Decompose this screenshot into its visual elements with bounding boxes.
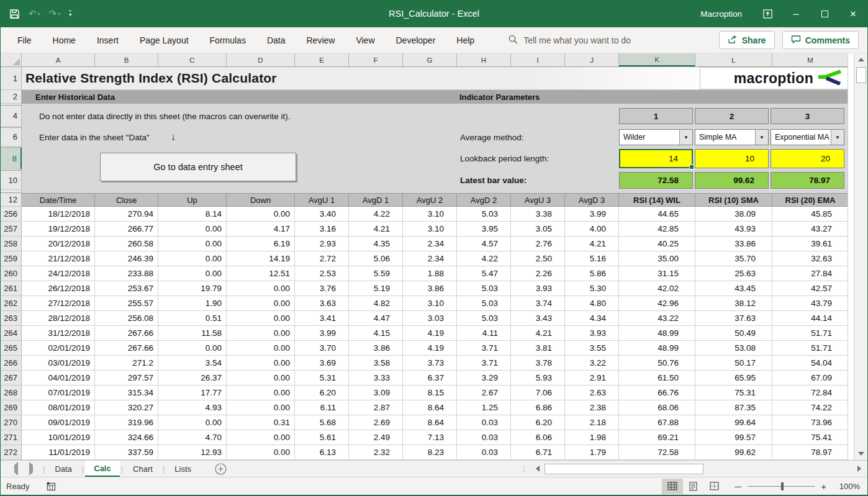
column-header-F[interactable]: F (349, 53, 403, 66)
table-cell[interactable]: 4.21 (349, 222, 403, 237)
table-cell[interactable]: 6.11 (295, 400, 349, 415)
table-cell[interactable]: 75.41 (772, 430, 849, 445)
table-cell[interactable]: 78.97 (772, 445, 849, 460)
table-cell[interactable]: 8.23 (403, 445, 457, 460)
table-cell[interactable]: 3.10 (403, 207, 457, 222)
table-cell[interactable]: 48.99 (619, 326, 695, 341)
table-cell[interactable]: 3.99 (295, 326, 349, 341)
row-header[interactable]: 265 (1, 341, 22, 356)
table-cell[interactable]: 3.95 (457, 222, 511, 237)
table-cell[interactable]: 3.73 (403, 356, 457, 371)
table-cell[interactable]: 67.09 (772, 371, 849, 386)
table-column-header[interactable]: AvgU 3 (511, 193, 565, 207)
table-cell[interactable]: 271.2 (95, 356, 158, 371)
table-cell[interactable]: 4.21 (511, 326, 565, 341)
table-cell[interactable]: 12.93 (158, 445, 227, 460)
table-cell[interactable]: 4.15 (349, 326, 403, 341)
table-cell[interactable]: 43.79 (772, 296, 849, 311)
table-cell[interactable]: 65.95 (695, 371, 772, 386)
table-cell[interactable]: 255.57 (95, 296, 158, 311)
table-cell[interactable]: 03/01/2019 (22, 356, 95, 371)
table-cell[interactable]: 320.27 (95, 400, 158, 415)
table-cell[interactable]: 2.72 (295, 251, 349, 266)
table-cell[interactable]: 5.86 (565, 266, 619, 281)
customize-qat-icon[interactable]: ▾ (69, 11, 71, 17)
column-header-L[interactable]: L (695, 53, 772, 66)
table-column-header[interactable]: Down (227, 193, 295, 207)
table-cell[interactable]: 31/12/2018 (22, 326, 95, 341)
row-header[interactable]: 261 (1, 281, 22, 296)
table-cell[interactable]: 0.00 (227, 356, 295, 371)
table-cell[interactable]: 5.31 (295, 371, 349, 386)
row-header[interactable]: 258 (1, 237, 22, 251)
table-column-header[interactable]: RSI (10) SMA (695, 193, 772, 207)
table-cell[interactable]: 19/12/2018 (22, 222, 95, 237)
table-cell[interactable]: 18/12/2018 (22, 207, 95, 222)
sheet-title-cell[interactable]: Relative Strength Index (RSI) Calculator… (22, 67, 849, 90)
chevron-down-icon[interactable]: ▼ (831, 130, 844, 145)
sheet-tab-calc[interactable]: Calc (85, 461, 119, 477)
sheet-tab-lists[interactable]: Lists (166, 461, 200, 477)
table-cell[interactable]: 43.45 (695, 281, 772, 296)
table-cell[interactable]: 0.00 (227, 326, 295, 341)
table-cell[interactable]: 3.58 (349, 356, 403, 371)
table-cell[interactable]: 4.80 (565, 296, 619, 311)
table-cell[interactable]: 20/12/2018 (22, 237, 95, 251)
table-column-header[interactable]: Up (158, 193, 227, 207)
row-header[interactable]: 272 (1, 445, 22, 460)
zoom-in-button[interactable]: + (821, 481, 826, 492)
page-break-preview-button[interactable] (704, 479, 725, 494)
table-cell[interactable]: 3.71 (457, 341, 511, 356)
table-cell[interactable]: 8.64 (403, 415, 457, 430)
scroll-left-button[interactable] (532, 463, 543, 475)
lookback-input-1[interactable]: 14 (619, 149, 693, 168)
table-cell[interactable]: 5.16 (565, 251, 619, 266)
table-column-header[interactable]: AvgD 1 (349, 193, 403, 207)
table-cell[interactable]: 4.35 (349, 237, 403, 251)
row-header[interactable]: 256 (1, 207, 22, 222)
zoom-slider[interactable] (748, 486, 815, 487)
table-cell[interactable]: 2.49 (349, 430, 403, 445)
table-cell[interactable]: 6.86 (511, 400, 565, 415)
table-cell[interactable]: 0.31 (227, 415, 295, 430)
table-cell[interactable]: 5.47 (457, 266, 511, 281)
table-cell[interactable]: 4.82 (349, 296, 403, 311)
table-cell[interactable]: 31.15 (619, 266, 695, 281)
column-header-D[interactable]: D (227, 53, 295, 66)
ribbon-tab-file[interactable]: File (1, 27, 42, 53)
table-cell[interactable]: 50.49 (695, 326, 772, 341)
table-cell[interactable]: 26.37 (158, 371, 227, 386)
table-cell[interactable]: 73.96 (772, 415, 849, 430)
row-header[interactable]: 267 (1, 371, 22, 386)
table-cell[interactable]: 54.04 (772, 356, 849, 371)
latest-bar-value-3[interactable]: 78.97 (771, 172, 844, 189)
ribbon-display-options-icon[interactable] (753, 0, 782, 27)
table-cell[interactable]: 43.27 (772, 222, 849, 237)
table-cell[interactable]: 0.00 (158, 415, 227, 430)
table-cell[interactable]: 87.35 (695, 400, 772, 415)
table-cell[interactable]: 324.66 (95, 430, 158, 445)
scroll-right-button[interactable] (854, 463, 865, 475)
section-header-right[interactable]: Indicator Parameters (457, 90, 849, 104)
table-cell[interactable]: 1.79 (565, 445, 619, 460)
table-cell[interactable]: 40.25 (619, 237, 695, 251)
table-cell[interactable]: 39.61 (772, 237, 849, 251)
row-header[interactable]: 259 (1, 251, 22, 266)
table-cell[interactable]: 50.76 (619, 356, 695, 371)
table-cell[interactable]: 2.91 (565, 371, 619, 386)
table-cell[interactable]: 6.20 (295, 386, 349, 400)
table-cell[interactable]: 3.10 (403, 222, 457, 237)
row-header[interactable]: 271 (1, 430, 22, 445)
table-cell[interactable]: 3.03 (403, 311, 457, 326)
table-cell[interactable]: 66.76 (619, 386, 695, 400)
table-cell[interactable]: 337.59 (95, 445, 158, 460)
table-cell[interactable]: 48.99 (619, 341, 695, 356)
table-cell[interactable]: 3.38 (511, 207, 565, 222)
table-cell[interactable]: 5.03 (457, 296, 511, 311)
table-cell[interactable]: 3.22 (565, 356, 619, 371)
table-cell[interactable]: 3.43 (511, 311, 565, 326)
table-cell[interactable]: 0.00 (158, 341, 227, 356)
row-header-selected[interactable]: 8 (1, 148, 22, 169)
ribbon-tab-help[interactable]: Help (446, 27, 485, 53)
table-cell[interactable]: 0.00 (227, 311, 295, 326)
